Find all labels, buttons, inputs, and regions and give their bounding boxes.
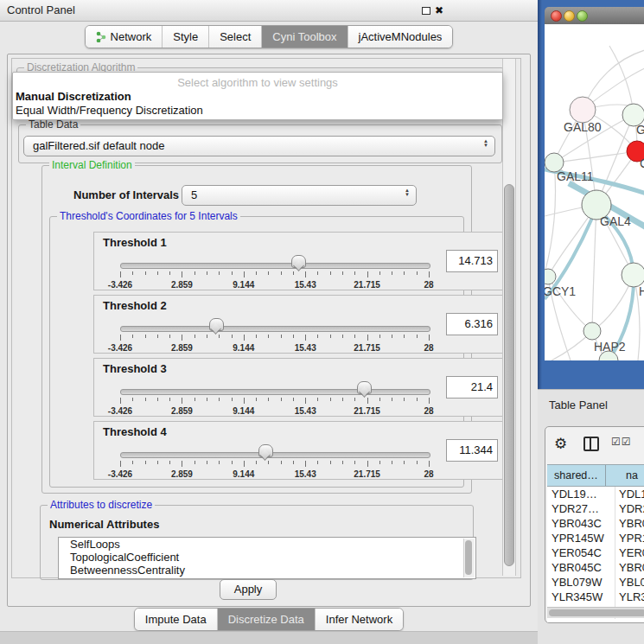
tick-mark xyxy=(281,461,282,464)
tick-mark xyxy=(392,335,392,338)
node-gal80[interactable] xyxy=(570,97,596,123)
table-cell[interactable]: YBL0 xyxy=(615,575,644,590)
table-cell[interactable]: YER054C xyxy=(547,545,615,560)
dropdown-option-equal-width[interactable]: Equal Width/Frequency Discretization xyxy=(13,104,502,118)
threshold-3-slider-track[interactable] xyxy=(120,389,430,395)
threshold-2-box: Threshold 2-3.4262.8599.14415.4321.71528… xyxy=(93,295,505,354)
attribute-item-topologicalcoefficient[interactable]: TopologicalCoefficient xyxy=(59,551,475,564)
numerical-attributes-list[interactable]: SelfLoopsTopologicalCoefficientBetweenne… xyxy=(58,537,476,579)
table-row[interactable]: YDL19…YDL1 xyxy=(547,487,644,501)
table-cell[interactable]: YDL19… xyxy=(547,487,615,501)
table-cell[interactable]: YBL079W xyxy=(547,575,615,590)
table-row[interactable]: YER054CYER0 xyxy=(547,545,644,560)
column-layout-icon[interactable] xyxy=(583,437,599,451)
table-cell[interactable]: YDR27… xyxy=(547,501,615,516)
threshold-4-value-field[interactable]: 11.344 xyxy=(446,439,498,462)
tick-mark xyxy=(417,398,418,401)
table-data-value: galFiltered.sif default node xyxy=(33,139,164,152)
apply-button[interactable]: Apply xyxy=(220,579,277,600)
threshold-4-slider-thumb[interactable] xyxy=(258,444,273,457)
tab-cyni-toolbox[interactable]: Cyni Toolbox xyxy=(261,26,347,48)
column-header-1[interactable]: shared… xyxy=(547,465,606,486)
tick-mark xyxy=(342,398,343,401)
list-scrollbar[interactable] xyxy=(463,539,475,577)
table-row[interactable]: YBL079WYBL0 xyxy=(547,575,644,590)
threshold-3-value-field[interactable]: 21.4 xyxy=(446,376,498,399)
threshold-1-slider-track[interactable] xyxy=(120,263,430,269)
tab-select[interactable]: Select xyxy=(208,26,261,48)
gear-icon[interactable]: ⚙ xyxy=(554,435,567,453)
tab-impute-data[interactable]: Impute Data xyxy=(135,609,217,630)
tick-mark xyxy=(256,335,257,338)
tick-label: 15.43 xyxy=(295,280,316,290)
tick-mark xyxy=(330,398,331,401)
table-cell[interactable]: YBR045C xyxy=(547,560,615,575)
table-cell[interactable]: YDL1 xyxy=(615,487,644,501)
tick-mark xyxy=(120,398,121,404)
threshold-2-slider-track[interactable] xyxy=(120,326,430,332)
table-cell[interactable]: YLR3 xyxy=(615,590,644,604)
close-icon[interactable]: ✖ xyxy=(435,3,443,17)
table-cell[interactable]: YER0 xyxy=(615,545,644,560)
network-canvas[interactable]: GAL80 GA C GAL11 GAL4 GCY1 H HAP2 xyxy=(545,24,644,360)
tab-network[interactable]: Network xyxy=(86,26,163,48)
table-row[interactable]: YBR045CYBR0 xyxy=(547,560,644,575)
tick-mark xyxy=(132,335,133,338)
number-of-intervals-combobox[interactable]: 5 ▲▼ xyxy=(182,185,417,206)
table-data-group: Table Data galFiltered.sif default node … xyxy=(18,124,502,163)
table-toolbar: ⚙ ☑☑ xyxy=(545,427,644,463)
table-cell[interactable]: YPR145W xyxy=(547,531,615,545)
threshold-1-slider-thumb[interactable] xyxy=(291,255,306,268)
node-hap2[interactable] xyxy=(583,322,601,340)
threshold-4-slider-track[interactable] xyxy=(120,452,430,458)
checkbox-icons[interactable]: ☑☑ xyxy=(611,436,632,448)
tick-mark xyxy=(317,461,318,464)
zoom-traffic-light[interactable] xyxy=(577,10,588,22)
tab-infer-network[interactable]: Infer Network xyxy=(315,609,403,630)
tab-style[interactable]: Style xyxy=(162,26,208,48)
close-traffic-light[interactable] xyxy=(551,10,562,22)
tick-mark xyxy=(305,271,306,277)
table-row[interactable]: YDR27…YDR2 xyxy=(547,501,644,516)
thresholds-group-title: Threshold's Coordinates for 5 Intervals xyxy=(57,210,240,222)
tick-mark xyxy=(330,271,331,275)
tick-mark xyxy=(182,271,182,277)
main-scrollbar-thumb[interactable] xyxy=(504,184,514,566)
tick-mark xyxy=(342,335,343,338)
table-row[interactable]: YBR043CYBR0 xyxy=(547,516,644,531)
minimize-traffic-light[interactable] xyxy=(564,10,575,22)
node-gcy1[interactable] xyxy=(545,269,556,284)
threshold-3-slider-thumb[interactable] xyxy=(357,381,372,394)
table-cell[interactable]: YBR0 xyxy=(615,516,644,531)
node-h[interactable] xyxy=(622,263,644,287)
tick-mark xyxy=(429,271,430,277)
table-cell[interactable]: YBR043C xyxy=(547,516,615,531)
table-cell[interactable]: YBR0 xyxy=(615,560,644,575)
tick-label: 2.859 xyxy=(171,406,193,416)
horizontal-scrollbar[interactable] xyxy=(547,607,644,618)
tick-mark xyxy=(268,398,269,401)
threshold-2-slider-thumb[interactable] xyxy=(209,318,224,331)
tab-label: Impute Data xyxy=(145,613,207,626)
attribute-item-betweennesscentrality[interactable]: BetweennessCentrality xyxy=(59,564,475,577)
table-row[interactable]: YLR345WYLR3 xyxy=(547,590,644,604)
main-vertical-scrollbar[interactable] xyxy=(502,59,516,576)
float-window-icon[interactable] xyxy=(422,7,430,15)
table-cell[interactable]: YDR2 xyxy=(615,501,644,516)
table-cell[interactable]: YPR1 xyxy=(615,531,644,545)
table-cell[interactable]: YLR345W xyxy=(547,590,615,604)
column-header-2[interactable]: na xyxy=(606,465,644,486)
list-scrollbar-thumb[interactable] xyxy=(465,540,472,575)
table-data-combobox[interactable]: galFiltered.sif default node ▲▼ xyxy=(23,136,495,156)
attribute-item-selfloops[interactable]: SelfLoops xyxy=(59,538,475,551)
table-row[interactable]: YPR145WYPR1 xyxy=(547,531,644,545)
tick-mark xyxy=(342,271,343,275)
tick-label: 2.859 xyxy=(171,469,193,479)
threshold-1-value-field[interactable]: 14.713 xyxy=(446,250,498,272)
tick-mark xyxy=(169,398,170,401)
tab-discretize-data[interactable]: Discretize Data xyxy=(217,609,315,630)
threshold-2-value-field[interactable]: 6.316 xyxy=(446,313,498,335)
horizontal-scrollbar-thumb[interactable] xyxy=(549,609,644,616)
tab-jactivemnodules[interactable]: jActiveMNodules xyxy=(348,26,453,48)
dropdown-option-manual[interactable]: Manual Discretization xyxy=(13,90,502,104)
